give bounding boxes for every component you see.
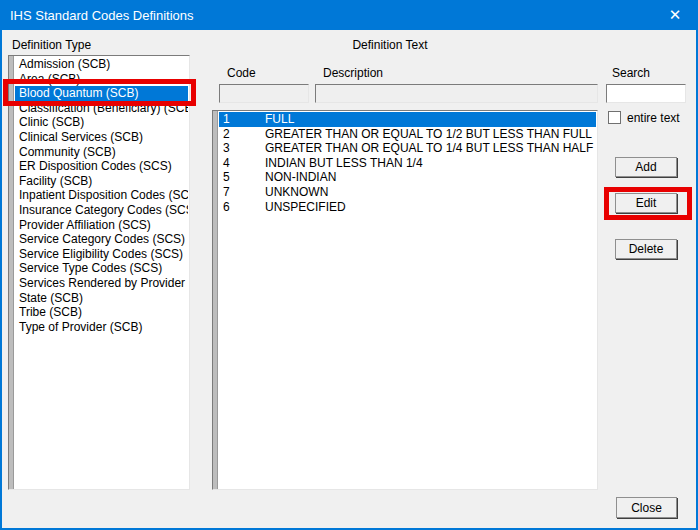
code-row[interactable]: 6 UNSPECIFIED	[219, 200, 596, 215]
entire-text-checkbox[interactable]	[608, 111, 621, 124]
description-cell: UNKNOWN	[265, 185, 596, 200]
definition-type-item[interactable]: Facility (SCB)	[15, 174, 188, 189]
code-cell: 1	[219, 112, 265, 127]
ihs-standard-codes-dialog: IHS Standard Codes Definitions ✕ Definit…	[0, 0, 698, 530]
definition-text-label: Definition Text	[300, 38, 480, 52]
code-field[interactable]	[219, 84, 309, 103]
code-rows: 1 FULL 2 GREATER THAN OR EQUAL TO 1/2 BU…	[219, 112, 596, 214]
entire-text-label: entire text	[627, 111, 680, 125]
definition-type-item[interactable]: Community (SCB)	[15, 145, 188, 160]
code-cell: 7	[219, 185, 265, 200]
code-cell: 3	[219, 141, 265, 156]
definition-type-item[interactable]: Provider Affiliation (SCS)	[15, 218, 188, 233]
search-label: Search	[612, 66, 650, 80]
definition-type-items: Admission (SCB)Area (SCB)Blood Quantum (…	[15, 57, 188, 334]
definition-type-item[interactable]: Service Category Codes (SCS)	[15, 232, 188, 247]
edit-button[interactable]: Edit	[615, 193, 677, 213]
definition-type-item[interactable]: Admission (SCB)	[15, 57, 188, 72]
description-cell: FULL	[265, 112, 596, 127]
code-cell: 5	[219, 170, 265, 185]
add-button[interactable]: Add	[615, 157, 677, 177]
window-title: IHS Standard Codes Definitions	[0, 8, 194, 23]
definition-text-listbox[interactable]: 1 FULL 2 GREATER THAN OR EQUAL TO 1/2 BU…	[212, 110, 598, 490]
description-cell: NON-INDIAN	[265, 170, 596, 185]
delete-button[interactable]: Delete	[615, 239, 677, 259]
definition-type-item[interactable]: Service Eligibility Codes (SCS)	[15, 247, 188, 262]
search-input[interactable]	[606, 84, 686, 103]
definition-type-item[interactable]: Tribe (SCB)	[15, 305, 188, 320]
close-icon[interactable]: ✕	[652, 0, 698, 30]
definition-type-item[interactable]: ER Disposition Codes (SCS)	[15, 159, 188, 174]
code-row[interactable]: 4 INDIAN BUT LESS THAN 1/4	[219, 156, 596, 171]
definition-type-item[interactable]: Clinical Services (SCB)	[15, 130, 188, 145]
description-cell: UNSPECIFIED	[265, 200, 596, 215]
definition-type-item[interactable]: Inpatient Disposition Codes (SCS)	[15, 188, 188, 203]
definition-type-item[interactable]: Clinic (SCB)	[15, 115, 188, 130]
definition-type-item[interactable]: Classification (Beneficiary) (SCB)	[15, 101, 188, 116]
definition-type-listbox[interactable]: Admission (SCB)Area (SCB)Blood Quantum (…	[8, 55, 190, 490]
description-cell: GREATER THAN OR EQUAL TO 1/4 BUT LESS TH…	[265, 141, 596, 156]
definition-type-item[interactable]: State (SCB)	[15, 291, 188, 306]
definition-type-item[interactable]: Insurance Category Codes (SCS)	[15, 203, 188, 218]
code-label: Code	[227, 66, 256, 80]
title-bar: IHS Standard Codes Definitions ✕	[0, 0, 698, 30]
definition-type-label: Definition Type	[12, 38, 91, 52]
description-cell: INDIAN BUT LESS THAN 1/4	[265, 156, 596, 171]
close-button[interactable]: Close	[616, 497, 677, 518]
definition-type-item[interactable]: Services Rendered by Provider (SCB)	[15, 276, 188, 291]
definition-type-item[interactable]: Type of Provider (SCB)	[15, 320, 188, 335]
definition-type-item[interactable]: Blood Quantum (SCB)	[15, 86, 188, 101]
code-row[interactable]: 5 NON-INDIAN	[219, 170, 596, 185]
description-cell: GREATER THAN OR EQUAL TO 1/2 BUT LESS TH…	[265, 127, 596, 142]
definition-type-item[interactable]: Area (SCB)	[15, 72, 188, 87]
code-row[interactable]: 1 FULL	[219, 112, 596, 127]
code-cell: 4	[219, 156, 265, 171]
description-field[interactable]	[315, 84, 598, 103]
listbox-gutter	[9, 56, 14, 489]
code-row[interactable]: 7 UNKNOWN	[219, 185, 596, 200]
code-cell: 2	[219, 127, 265, 142]
code-row[interactable]: 2 GREATER THAN OR EQUAL TO 1/2 BUT LESS …	[219, 127, 596, 142]
code-row[interactable]: 3 GREATER THAN OR EQUAL TO 1/4 BUT LESS …	[219, 141, 596, 156]
description-label: Description	[323, 66, 383, 80]
definition-type-item[interactable]: Service Type Codes (SCS)	[15, 261, 188, 276]
listbox-gutter	[213, 111, 218, 489]
code-cell: 6	[219, 200, 265, 215]
